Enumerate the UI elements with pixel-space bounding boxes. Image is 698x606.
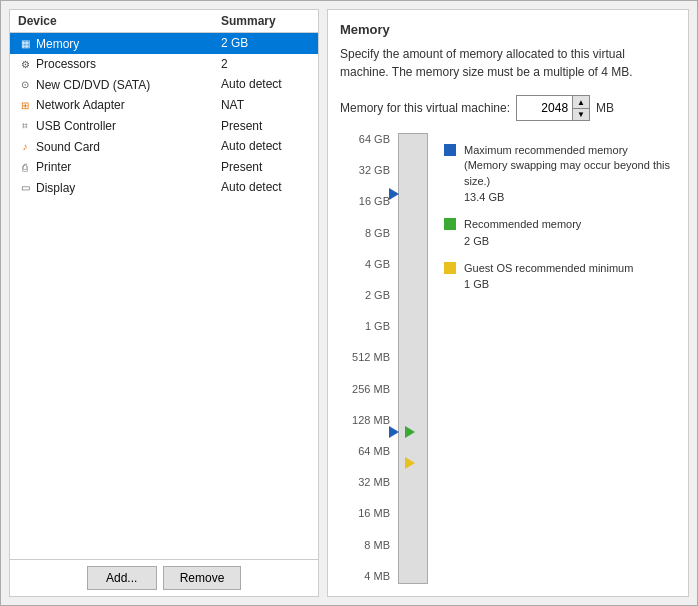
section-desc: Specify the amount of memory allocated t… — [340, 45, 676, 81]
device-table: Device Summary ▦ Memory 2 GB ⚙ Processor… — [10, 10, 318, 559]
device-name: Processors — [36, 57, 96, 71]
legend-color-box — [444, 218, 456, 230]
legend-text-block: Guest OS recommended minimum 1 GB — [464, 261, 633, 290]
legend-text-block: Recommended memory 2 GB — [464, 217, 581, 246]
slider-track[interactable] — [398, 133, 428, 584]
remove-button[interactable]: Remove — [163, 566, 242, 590]
legend-area: Maximum recommended memory (Memory swapp… — [436, 133, 676, 584]
spin-up-button[interactable]: ▲ — [573, 96, 589, 108]
legend-text-block: Maximum recommended memory (Memory swapp… — [464, 143, 676, 203]
slider-label: 256 MB — [340, 383, 390, 395]
device-icon: ▦ Memory — [18, 37, 79, 51]
device-name: Sound Card — [36, 140, 100, 154]
device-icon: ⊙ New CD/DVD (SATA) — [18, 78, 150, 92]
section-title: Memory — [340, 22, 676, 37]
device-name: New CD/DVD (SATA) — [36, 78, 150, 92]
slider-label: 128 MB — [340, 414, 390, 426]
legend-item: Maximum recommended memory (Memory swapp… — [444, 143, 676, 203]
slider-labels: 64 GB32 GB16 GB8 GB4 GB2 GB1 GB512 MB256… — [340, 133, 390, 584]
device-icon: ⊞ Network Adapter — [18, 98, 125, 112]
table-row[interactable]: ⌗ USB Controller Present — [10, 115, 318, 136]
legend-value: 13.4 GB — [464, 191, 676, 203]
col-device: Device — [10, 10, 213, 33]
memory-input[interactable] — [517, 96, 572, 120]
slider-label: 1 GB — [340, 320, 390, 332]
legend-color-box — [444, 144, 456, 156]
spin-down-button[interactable]: ▼ — [573, 108, 589, 120]
legend-sub: (Memory swapping may occur beyond this s… — [464, 158, 676, 189]
table-row[interactable]: ⊞ Network Adapter NAT — [10, 95, 318, 116]
device-icon: ⎙ Printer — [18, 160, 71, 174]
device-icon: ⚙ Processors — [18, 57, 96, 71]
left-buttons: Add... Remove — [10, 559, 318, 596]
table-row[interactable]: ⚙ Processors 2 — [10, 54, 318, 75]
cpu-icon: ⚙ — [18, 57, 32, 71]
legend-item: Guest OS recommended minimum 1 GB — [444, 261, 676, 290]
device-summary: Auto detect — [213, 74, 318, 95]
device-summary: Auto detect — [213, 136, 318, 157]
device-icon: ♪ Sound Card — [18, 140, 100, 154]
table-row[interactable]: ♪ Sound Card Auto detect — [10, 136, 318, 157]
add-button[interactable]: Add... — [87, 566, 157, 590]
device-name: Memory — [36, 37, 79, 51]
slider-label: 64 GB — [340, 133, 390, 145]
right-panel: Memory Specify the amount of memory allo… — [327, 9, 689, 597]
slider-label: 32 GB — [340, 164, 390, 176]
dialog: Device Summary ▦ Memory 2 GB ⚙ Processor… — [0, 0, 698, 606]
device-name: USB Controller — [36, 119, 116, 133]
col-summary: Summary — [213, 10, 318, 33]
legend-value: 1 GB — [464, 278, 633, 290]
slider-label: 16 MB — [340, 507, 390, 519]
legend-color-box — [444, 262, 456, 274]
legend-label: Recommended memory — [464, 217, 581, 232]
memory-icon: ▦ — [18, 37, 32, 51]
sound-icon: ♪ — [18, 140, 32, 154]
memory-input-wrapper: ▲ ▼ — [516, 95, 590, 121]
slider-area: 64 GB32 GB16 GB8 GB4 GB2 GB1 GB512 MB256… — [340, 133, 676, 584]
device-name: Printer — [36, 160, 71, 174]
left-panel: Device Summary ▦ Memory 2 GB ⚙ Processor… — [9, 9, 319, 597]
memory-label: Memory for this virtual machine: — [340, 101, 510, 115]
display-icon: ▭ — [18, 181, 32, 195]
legend-label: Guest OS recommended minimum — [464, 261, 633, 276]
slider-label: 2 GB — [340, 289, 390, 301]
device-summary: NAT — [213, 95, 318, 116]
slider-container[interactable] — [398, 133, 428, 584]
slider-label: 4 GB — [340, 258, 390, 270]
printer-icon: ⎙ — [18, 160, 32, 174]
network-icon: ⊞ — [18, 98, 32, 112]
memory-unit-label: MB — [596, 101, 614, 115]
blue-arrow — [389, 188, 399, 200]
memory-input-row: Memory for this virtual machine: ▲ ▼ MB — [340, 95, 676, 121]
green-arrow — [405, 426, 415, 438]
device-icon: ⌗ USB Controller — [18, 119, 116, 133]
table-row[interactable]: ⎙ Printer Present — [10, 157, 318, 178]
device-summary: Present — [213, 115, 318, 136]
table-row[interactable]: ▭ Display Auto detect — [10, 177, 318, 198]
spin-buttons: ▲ ▼ — [572, 96, 589, 120]
legend-value: 2 GB — [464, 235, 581, 247]
slider-label: 8 GB — [340, 227, 390, 239]
slider-label: 8 MB — [340, 539, 390, 551]
device-icon: ▭ Display — [18, 181, 75, 195]
device-summary: Auto detect — [213, 177, 318, 198]
cd-icon: ⊙ — [18, 78, 32, 92]
slider-label: 64 MB — [340, 445, 390, 457]
slider-label: 4 MB — [340, 570, 390, 582]
device-summary: 2 — [213, 54, 318, 75]
device-name: Network Adapter — [36, 98, 125, 112]
legend-label: Maximum recommended memory — [464, 143, 676, 158]
yellow-arrow — [405, 457, 415, 469]
slider-label: 512 MB — [340, 351, 390, 363]
device-summary: 2 GB — [213, 33, 318, 54]
table-row[interactable]: ⊙ New CD/DVD (SATA) Auto detect — [10, 74, 318, 95]
device-summary: Present — [213, 157, 318, 178]
table-row[interactable]: ▦ Memory 2 GB — [10, 33, 318, 54]
legend-item: Recommended memory 2 GB — [444, 217, 676, 246]
dialog-body: Device Summary ▦ Memory 2 GB ⚙ Processor… — [1, 1, 697, 605]
usb-icon: ⌗ — [18, 119, 32, 133]
slider-label: 16 GB — [340, 195, 390, 207]
slider-label: 32 MB — [340, 476, 390, 488]
device-name: Display — [36, 181, 75, 195]
current-arrow-blue — [389, 426, 399, 438]
